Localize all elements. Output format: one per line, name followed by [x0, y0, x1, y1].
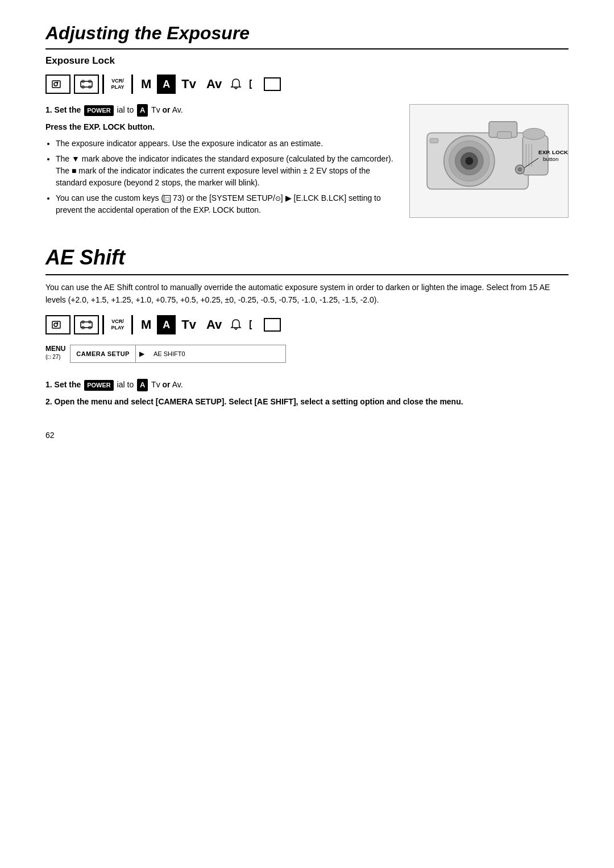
m-mode-label: M	[136, 75, 156, 94]
power-badge-1: POWER	[84, 105, 114, 116]
svg-text:button: button	[543, 156, 558, 162]
section2-step1-suffix: Tv or Av.	[151, 380, 183, 389]
step2: Press the EXP. LOCK button.	[45, 121, 396, 133]
title-divider	[45, 48, 569, 49]
m-mode-label-2: M	[136, 315, 156, 334]
svg-rect-0	[52, 81, 60, 88]
menu-breadcrumb-container: MENU(□ 27) CAMERA SETUP ▶ AE SHIFT0	[45, 345, 569, 371]
svg-point-29	[57, 323, 59, 324]
step2-text: Press the EXP. LOCK button.	[45, 122, 155, 131]
menu-label-side: MENU(□ 27)	[45, 345, 65, 361]
page-number: 62	[45, 431, 569, 440]
step1-text-after: ial to	[117, 105, 136, 114]
record-mode-icon-2	[45, 315, 70, 334]
mode-bar-divider4	[131, 315, 133, 334]
av-mode-label-2: Av	[202, 315, 226, 334]
film-mode-icon	[74, 75, 99, 94]
camera-image: EXP. LOCK button	[409, 104, 569, 218]
bullet-1: The exposure indicator appears. Use the …	[56, 138, 396, 150]
record-mode-icon	[45, 75, 70, 94]
svg-point-16	[522, 129, 545, 140]
power-badge-2: POWER	[84, 380, 114, 391]
section2-step1: 1. Set the POWER ial to A Tv or Av.	[45, 379, 569, 391]
mode-bar-divider2	[131, 75, 133, 94]
svg-point-21	[517, 167, 522, 172]
bullet-list-1: The exposure indicator appears. Use the …	[56, 138, 396, 216]
menu-camera-setup: CAMERA SETUP	[70, 345, 136, 362]
a-badge-1: A	[137, 104, 148, 117]
bell-mode-icon-2	[227, 315, 244, 334]
svg-rect-27	[52, 321, 60, 328]
tv-mode-label: Tv	[177, 75, 201, 94]
svg-text:EXP. LOCK: EXP. LOCK	[538, 149, 568, 155]
spacer-1	[45, 229, 569, 246]
film-mode-icon-2	[74, 315, 99, 334]
square-mode-icon-2	[264, 318, 281, 332]
section2-divider	[45, 274, 569, 275]
vcr-play-label: VCR/PLAY	[107, 75, 128, 94]
a-badge-2: A	[137, 379, 148, 391]
bullet-2: The ▼ mark above the indicator indicates…	[56, 153, 396, 189]
step1-label: 1. Set the	[45, 105, 83, 114]
svg-point-13	[465, 157, 473, 165]
svg-rect-23	[497, 132, 512, 139]
section2-step1-after: ial to	[117, 380, 136, 389]
av-mode-label: Av	[202, 75, 226, 94]
mode-bar-2: VCR/PLAY M A Tv Av	[45, 314, 569, 336]
page-title: Adjusting the Exposure	[45, 23, 569, 44]
square-mode-icon	[264, 77, 281, 91]
section2-step1-label: 1. Set the	[45, 380, 83, 389]
menu-arrow: ▶	[136, 345, 148, 362]
exposure-lock-text: 1. Set the POWER ial to A Tv or Av. Pres…	[45, 104, 396, 220]
tv-mode-label-2: Tv	[177, 315, 201, 334]
bracket-mode-icon-2	[246, 315, 263, 334]
mode-bar-1: VCR/PLAY M A Tv Av	[45, 73, 569, 95]
step1-suffix: Tv or Av.	[151, 105, 183, 114]
arrow-icon: ▶	[139, 350, 144, 358]
a-mode-label-2: A	[157, 315, 176, 334]
menu-breadcrumb-box: CAMERA SETUP ▶ AE SHIFT0	[70, 345, 286, 363]
section2-body: You can use the AE Shift control to manu…	[45, 281, 569, 307]
mode-bar-divider3	[102, 315, 104, 334]
vcr-play-label-2: VCR/PLAY	[107, 315, 128, 334]
camera-image-container: EXP. LOCK button	[409, 104, 569, 220]
section2-title: AE Shift	[45, 246, 569, 270]
exposure-lock-content: 1. Set the POWER ial to A Tv or Av. Pres…	[45, 104, 569, 220]
bracket-mode-icon	[246, 75, 263, 94]
svg-point-2	[57, 82, 59, 84]
menu-ae-shift: AE SHIFT0	[148, 345, 191, 362]
a-mode-label: A	[157, 75, 176, 94]
step1: 1. Set the POWER ial to A Tv or Av.	[45, 104, 396, 117]
section1-title: Exposure Lock	[45, 55, 569, 67]
bell-mode-icon	[227, 75, 244, 94]
svg-rect-24	[430, 138, 438, 143]
bullet-3: You can use the custom keys (□ 73) or th…	[56, 192, 396, 216]
section2-step2: 2. Open the menu and select [CAMERA SETU…	[45, 396, 569, 408]
section2-step2-text: 2. Open the menu and select [CAMERA SETU…	[45, 397, 463, 406]
mode-bar-divider	[102, 75, 104, 94]
